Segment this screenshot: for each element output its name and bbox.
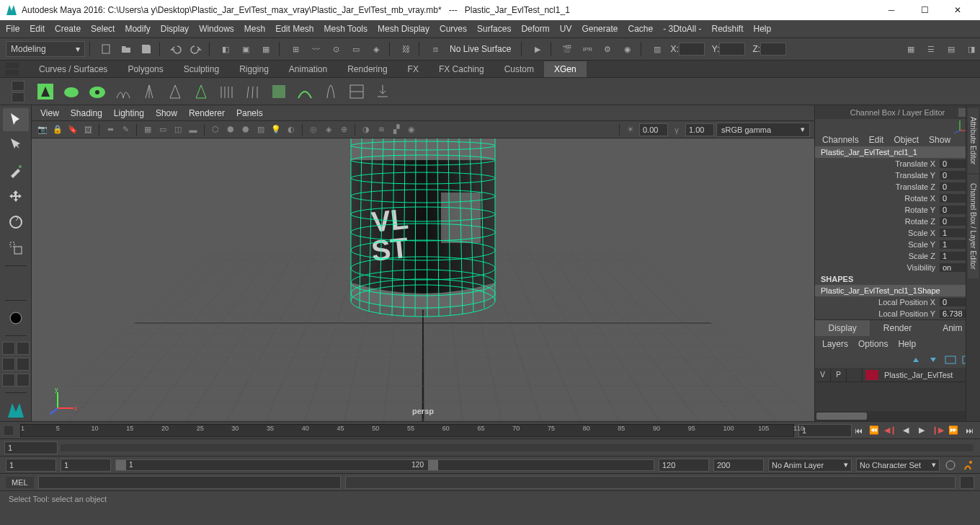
- move-tool-icon[interactable]: [3, 185, 29, 208]
- menu-editmesh[interactable]: Edit Mesh: [275, 24, 313, 34]
- range-end-inner[interactable]: 120: [659, 459, 709, 472]
- timeline-menu-icon[interactable]: [4, 426, 13, 435]
- xgen-density-icon[interactable]: [215, 79, 239, 104]
- shelf-tab-polygons[interactable]: Polygons: [117, 61, 173, 77]
- menu-create[interactable]: Create: [55, 24, 81, 34]
- vp-color-dropdown[interactable]: sRGB gamma▾: [716, 123, 810, 137]
- vp-select-camera-icon[interactable]: 📷: [36, 123, 49, 136]
- menu-generate[interactable]: Generate: [582, 24, 618, 34]
- vp-grease-icon[interactable]: ✎: [119, 123, 132, 136]
- vp-grid-icon[interactable]: ▦: [141, 123, 154, 136]
- menu-meshdisplay[interactable]: Mesh Display: [378, 24, 429, 34]
- tool-settings-toggle-icon[interactable]: ▤: [943, 40, 960, 58]
- vp-menu-show[interactable]: Show: [156, 108, 177, 118]
- step-fwd-frame-icon[interactable]: ❙▶: [931, 424, 944, 437]
- snap-live-icon[interactable]: ◈: [368, 40, 385, 58]
- maya-home-icon[interactable]: [3, 398, 29, 421]
- soft-select-icon[interactable]: [3, 306, 29, 330]
- open-scene-icon[interactable]: [117, 40, 135, 58]
- layout-two-stack-icon[interactable]: [17, 358, 30, 371]
- range-start-inner[interactable]: 1: [61, 459, 111, 472]
- charset-dropdown[interactable]: No Character Set▾: [856, 459, 940, 472]
- shelf-tab-xgen[interactable]: XGen: [544, 61, 587, 77]
- layer-color-swatch[interactable]: [865, 370, 878, 380]
- step-back-key-icon[interactable]: ⏪: [868, 424, 881, 437]
- vp-dof-icon[interactable]: ◉: [405, 123, 418, 136]
- menuset-dropdown[interactable]: Modeling▾: [6, 41, 85, 57]
- range-end-outer[interactable]: 200: [713, 459, 764, 472]
- step-fwd-key-icon[interactable]: ⏩: [947, 424, 960, 437]
- curframe-field[interactable]: 1: [798, 424, 852, 437]
- render-current-icon[interactable]: ▶: [529, 40, 546, 58]
- vp-menu-lighting[interactable]: Lighting: [114, 108, 144, 118]
- menu-cache[interactable]: Cache: [628, 24, 653, 34]
- xgen-curve-icon[interactable]: [293, 79, 317, 104]
- node-name[interactable]: Plastic_Jar_EvlTest_ncl1_1: [815, 146, 980, 158]
- vp-exposure-field[interactable]: 0.00: [639, 123, 668, 136]
- menu-mesh[interactable]: Mesh: [244, 24, 265, 34]
- close-button[interactable]: ✕: [941, 0, 974, 20]
- menu-help[interactable]: Help: [754, 24, 772, 34]
- vp-resolution-gate-icon[interactable]: ◫: [172, 123, 184, 136]
- snap-plane-icon[interactable]: ▭: [347, 40, 365, 58]
- menu-modify[interactable]: Modify: [125, 24, 150, 34]
- menu-deform[interactable]: Deform: [521, 24, 549, 34]
- vp-image-plane-icon[interactable]: 🖼: [81, 123, 94, 136]
- vp-lights-icon[interactable]: 💡: [270, 123, 282, 136]
- menu-3dtoall[interactable]: - 3DtoAll -: [663, 24, 701, 34]
- layout-two-side-icon[interactable]: [2, 358, 15, 371]
- rotate-tool-icon[interactable]: [3, 211, 29, 234]
- layer-movedown-icon[interactable]: [927, 355, 940, 365]
- vp-xray-icon[interactable]: ◈: [322, 123, 335, 136]
- shelf-tab-custom[interactable]: Custom: [494, 61, 544, 77]
- snap-grid-icon[interactable]: ⊞: [287, 40, 304, 58]
- vp-ao-icon[interactable]: ◑: [360, 123, 373, 136]
- layer-row[interactable]: V P Plastic_Jar_EvlTest: [815, 368, 980, 382]
- vp-2d-pan-icon[interactable]: ⬌: [104, 123, 117, 136]
- attr-tx-label[interactable]: Translate X: [815, 159, 940, 168]
- autokey-icon[interactable]: [944, 459, 957, 472]
- shelf-tab-rendering[interactable]: Rendering: [337, 61, 397, 77]
- xgen-guide1-icon[interactable]: [111, 79, 135, 104]
- range-start-outer[interactable]: 1: [6, 459, 56, 472]
- xgen-guide2-icon[interactable]: [137, 79, 161, 104]
- vp-menu-view[interactable]: View: [40, 108, 59, 118]
- menu-edit[interactable]: Edit: [30, 24, 45, 34]
- vtab-channel-box[interactable]: Channel Box / Layer Editor: [968, 175, 979, 278]
- select-tool-icon[interactable]: [3, 108, 29, 131]
- attr-tz-label[interactable]: Translate Z: [815, 182, 940, 191]
- snap-point-icon[interactable]: ⊙: [327, 40, 344, 58]
- attr-sy-label[interactable]: Scale Y: [815, 240, 940, 249]
- xgen-clump-icon[interactable]: [318, 79, 343, 104]
- vp-wire-shaded-icon[interactable]: ⬣: [239, 123, 252, 136]
- vp-motion-blur-icon[interactable]: ≋: [375, 123, 388, 136]
- xgen-window-icon[interactable]: [33, 79, 58, 104]
- select-object-icon[interactable]: ▣: [237, 40, 254, 58]
- layer-visible[interactable]: V: [815, 369, 831, 381]
- cb-menu-show[interactable]: Show: [929, 135, 950, 145]
- layer-tab-display[interactable]: Display: [815, 320, 870, 336]
- symmetry-icon[interactable]: ⧈: [427, 40, 444, 58]
- layer-hscroll[interactable]: [815, 411, 980, 421]
- layer-menu-options[interactable]: Options: [858, 339, 888, 349]
- attr-ry-label[interactable]: Rotate Y: [815, 206, 940, 214]
- modeling-toolkit-icon[interactable]: ▦: [902, 40, 919, 58]
- menu-surfaces[interactable]: Surfaces: [477, 24, 511, 34]
- xgen-sculpt-icon[interactable]: [241, 79, 265, 104]
- selected-mesh[interactable]: VL ST: [340, 138, 506, 326]
- vp-menu-panels[interactable]: Panels: [236, 108, 263, 118]
- cb-menu-object[interactable]: Object: [894, 135, 919, 145]
- attr-rz-label[interactable]: Rotate Z: [815, 217, 940, 226]
- maximize-button[interactable]: ☐: [908, 0, 941, 20]
- attr-vis-label[interactable]: Visibility: [815, 263, 940, 272]
- select-component-icon[interactable]: ▦: [257, 40, 275, 58]
- menu-display[interactable]: Display: [161, 24, 189, 34]
- time-ruler[interactable]: 1510152025303540455055606570758085909510…: [20, 424, 794, 437]
- snap-curve-icon[interactable]: 〰: [307, 40, 324, 58]
- menu-redshift[interactable]: Redshift: [712, 24, 744, 34]
- shelf-tab-sculpting[interactable]: Sculpting: [174, 61, 229, 77]
- minimize-button[interactable]: ─: [875, 0, 908, 20]
- xgen-region-icon[interactable]: [267, 79, 291, 104]
- ipr-render-icon[interactable]: IPR: [579, 40, 596, 58]
- menu-curves[interactable]: Curves: [440, 24, 467, 34]
